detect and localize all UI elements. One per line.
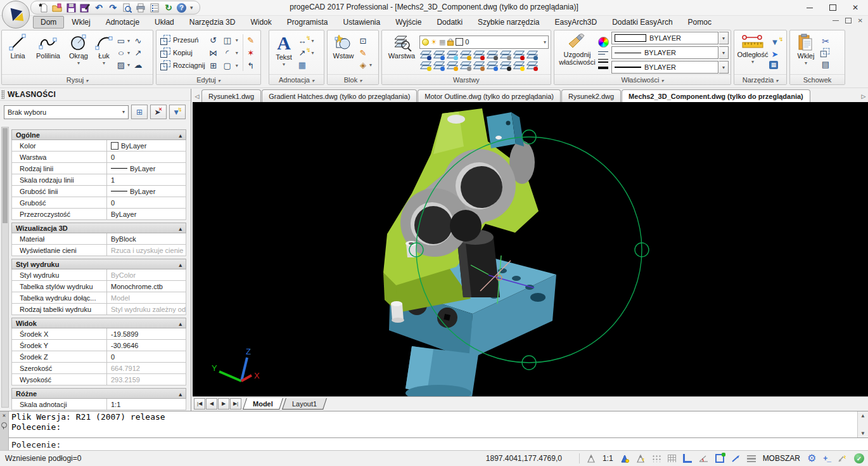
layer-tool-icon[interactable] bbox=[433, 50, 444, 60]
app-logo-button[interactable] bbox=[2, 1, 30, 29]
property-row[interactable]: Skala adnotacji1:1 bbox=[11, 399, 186, 410]
tab-wyjscie[interactable]: Wyjście bbox=[388, 16, 429, 29]
property-row[interactable]: MateriałByBlock bbox=[11, 233, 186, 245]
section-styl-wydruku[interactable]: Styl wydruku bbox=[11, 259, 186, 269]
chevron-down-icon[interactable]: ▾ bbox=[127, 38, 132, 44]
scroll-left-icon[interactable]: ◁ bbox=[193, 91, 201, 102]
section-widok[interactable]: Widok bbox=[11, 318, 186, 328]
property-row[interactable]: Grubość0 bbox=[11, 197, 186, 209]
chevron-down-icon[interactable]: ▾ bbox=[236, 50, 241, 56]
polyline-button[interactable]: Polilinia bbox=[32, 32, 65, 74]
section-ogolne[interactable]: Ogólne bbox=[11, 129, 186, 140]
tab-widok[interactable]: Widok bbox=[243, 16, 279, 29]
linetype-icon[interactable] bbox=[598, 50, 608, 56]
arc-button[interactable]: Łuk bbox=[93, 32, 115, 74]
grid-icon[interactable] bbox=[668, 455, 676, 462]
layer-button[interactable]: Warstwa bbox=[384, 32, 419, 74]
collapse-icon[interactable] bbox=[179, 131, 182, 139]
create-block-icon[interactable]: ⊡ bbox=[357, 36, 369, 46]
esnap-icon[interactable] bbox=[715, 454, 724, 463]
property-row[interactable]: Skala rodzaju linii1 bbox=[11, 174, 186, 186]
section-rozne[interactable]: Różne bbox=[11, 388, 186, 399]
refresh-icon[interactable]: ↻ bbox=[163, 2, 174, 13]
collapse-icon[interactable] bbox=[179, 261, 182, 268]
layer-tool-icon[interactable] bbox=[513, 61, 524, 70]
command-history[interactable]: Plik Wersja: R21 (2007) releasePolecenie… bbox=[11, 412, 855, 436]
calculator-icon[interactable]: ▦ bbox=[769, 61, 778, 69]
paste-button[interactable]: Wklej bbox=[792, 32, 820, 74]
select-add-icon[interactable]: ⊞ bbox=[131, 105, 148, 119]
table-icon[interactable]: ▦ bbox=[297, 60, 308, 70]
group-label-schowek[interactable]: Schowek bbox=[790, 74, 845, 84]
match-properties-button[interactable]: Uzgodnij właściwości bbox=[556, 32, 598, 74]
ortho-icon[interactable] bbox=[683, 454, 692, 463]
color-wheel-icon[interactable] bbox=[598, 37, 609, 48]
save-as-icon[interactable] bbox=[79, 2, 91, 13]
layer-tool-icon[interactable] bbox=[499, 61, 511, 70]
tab-layout1[interactable]: Layout1 bbox=[282, 398, 327, 410]
settings-gear-icon[interactable]: ⚙ bbox=[807, 453, 816, 463]
mirror-icon[interactable]: ⋈ bbox=[208, 48, 219, 58]
scrollbar-thumb[interactable] bbox=[3, 128, 8, 223]
color-combo[interactable]: BYLAYER bbox=[611, 32, 718, 44]
options-icon[interactable] bbox=[149, 2, 160, 13]
layer-tool-icon[interactable] bbox=[459, 61, 471, 70]
group-label-narzedzia[interactable]: Narzędzia bbox=[734, 74, 786, 84]
property-row[interactable]: Środek Z0 bbox=[11, 351, 186, 363]
drawing-tab[interactable]: Motor Outline.dwg (tylko do przeglądania… bbox=[418, 89, 561, 102]
property-row[interactable]: Wysokość293.2159 bbox=[11, 374, 186, 385]
tab-adnotacje[interactable]: Adnotacje bbox=[98, 16, 147, 29]
layer-tool-icon[interactable] bbox=[446, 61, 457, 70]
dynamic-input-icon[interactable] bbox=[838, 454, 847, 463]
layer-tool-icon[interactable] bbox=[499, 50, 511, 60]
chevron-down-icon[interactable]: ▾ bbox=[312, 50, 317, 56]
mdi-minimize-icon[interactable] bbox=[833, 20, 839, 21]
property-row[interactable]: Rodzaj tabelki wydrukuStyl wydruku zależ… bbox=[11, 304, 186, 315]
join-icon[interactable]: ↰ bbox=[245, 60, 257, 71]
layer-tool-icon[interactable] bbox=[446, 50, 457, 60]
etrack-icon[interactable] bbox=[731, 455, 740, 463]
cut-icon[interactable]: ✂ bbox=[820, 36, 831, 46]
chevron-down-icon[interactable]: ▾ bbox=[127, 62, 132, 68]
help-icon[interactable]: ? bbox=[177, 3, 186, 13]
lineweight-icon[interactable] bbox=[598, 59, 608, 69]
tab-narzedzia-3d[interactable]: Narzędzia 3D bbox=[182, 16, 243, 29]
section-wizualizacja-3d[interactable]: Wizualizacja 3D bbox=[11, 223, 186, 233]
new-file-icon[interactable] bbox=[37, 2, 49, 13]
annotation-scale-value[interactable]: 1:1 bbox=[603, 454, 613, 463]
annotation-auto-icon[interactable] bbox=[636, 454, 645, 463]
layer-tool-icon[interactable] bbox=[433, 61, 444, 70]
collapse-icon[interactable] bbox=[179, 320, 182, 327]
last-tab-icon[interactable]: ▶| bbox=[230, 398, 241, 410]
segment-icon[interactable]: ↗ bbox=[132, 48, 144, 58]
chevron-down-icon[interactable]: ▾ bbox=[544, 39, 546, 45]
quick-input-icon[interactable]: +_ bbox=[823, 454, 831, 463]
chevron-down-icon[interactable]: ▾ bbox=[719, 32, 729, 44]
drawing-canvas[interactable]: Y Z X bbox=[193, 102, 868, 396]
group-label-wlasciwosci[interactable]: Właściwości bbox=[554, 74, 731, 84]
layer-tool-icon[interactable] bbox=[526, 50, 537, 60]
linetype-combo[interactable]: BYLAYER bbox=[611, 46, 718, 59]
quick-select-icon[interactable]: ➤✕ bbox=[150, 105, 167, 119]
layer-tool-icon[interactable] bbox=[419, 61, 431, 70]
ready-check-icon[interactable]: ✓ bbox=[854, 453, 864, 463]
next-tab-icon[interactable]: ▶ bbox=[218, 398, 229, 410]
property-row[interactable]: KolorByLayer bbox=[11, 140, 186, 152]
insert-block-button[interactable]: Wstaw bbox=[329, 32, 357, 74]
layer-tool-icon[interactable] bbox=[513, 50, 524, 60]
mdi-close-icon[interactable]: ✕ bbox=[858, 17, 863, 24]
mdi-restore-icon[interactable] bbox=[845, 18, 852, 23]
filter-icon[interactable]: ▼↯ bbox=[169, 105, 186, 119]
select-icon[interactable]: ▢ bbox=[222, 60, 233, 71]
close-icon[interactable]: ✕ bbox=[3, 413, 6, 418]
qat-customize-icon[interactable]: ▾ bbox=[190, 4, 193, 11]
array-icon[interactable]: ⊞ bbox=[208, 60, 219, 71]
tab-dodatki-easyarch[interactable]: Dodatki EasyArch bbox=[604, 16, 680, 29]
group-label-adnotacja[interactable]: Adnotacja bbox=[269, 74, 324, 84]
layer-tool-icon[interactable] bbox=[486, 61, 497, 70]
restore-button[interactable] bbox=[821, 0, 844, 15]
chevron-down-icon[interactable]: ▾ bbox=[236, 63, 241, 68]
mode-toggle[interactable]: MOBSZAR bbox=[763, 454, 800, 463]
tab-easyarch3d[interactable]: EasyArch3D bbox=[547, 16, 605, 29]
layer-tool-icon[interactable] bbox=[526, 61, 537, 70]
